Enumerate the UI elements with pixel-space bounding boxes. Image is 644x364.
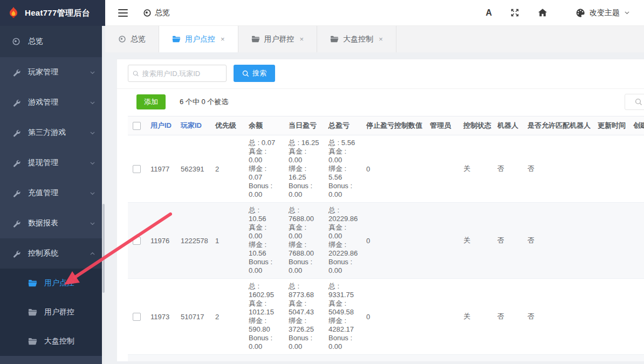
menu-toggle-icon[interactable]: [118, 9, 128, 17]
sidebar-item-overview[interactable]: 总览: [0, 26, 105, 57]
priority: 2: [211, 165, 244, 173]
total-pl: 总 : 20229.86 真金 : 0.00 绑金 : 20229.86 Bon…: [324, 206, 362, 275]
search-row: 搜索: [117, 65, 644, 82]
wrench-icon: [12, 98, 20, 107]
col-match-robot: 是否允许匹配机器人: [523, 121, 593, 131]
col-user-id[interactable]: 用户ID: [146, 121, 176, 131]
theme-switcher[interactable]: 改变主题: [576, 8, 630, 18]
home-icon[interactable]: [538, 8, 547, 17]
sidebar-item-thirdparty-games[interactable]: 第三方游戏: [0, 118, 105, 148]
tab-overview[interactable]: 总览: [105, 26, 159, 52]
table-toolbar: 添加 6 个中 0 个被选: [117, 94, 644, 109]
tab-dashboard-control[interactable]: 大盘控制 ×: [317, 26, 396, 52]
top-navbar: 总览 A 改变主题: [105, 0, 644, 26]
search-button-label: 搜索: [252, 68, 266, 78]
day-pl: 总 : 7688.00 真金 : 0.00 绑金 : 7688.00 Bonus…: [284, 206, 324, 275]
robot: 否: [493, 164, 523, 174]
chevron-down-icon: [90, 130, 95, 136]
total-pl: 总 : 5.56 真金 : 0.00 绑金 : 5.56 Bonus : 0.0…: [324, 139, 362, 199]
font-size-button[interactable]: A: [485, 8, 492, 18]
col-player-id[interactable]: 玩家ID: [176, 121, 211, 131]
row-checkbox[interactable]: [133, 165, 141, 173]
navbar-actions: A 改变主题: [485, 8, 630, 18]
stop-value: 0: [362, 313, 426, 321]
control-state: 关: [459, 164, 493, 174]
eye-icon: [118, 35, 126, 43]
fullscreen-icon[interactable]: [510, 8, 519, 17]
sidebar-subitem-label: 大盘控制: [44, 336, 74, 346]
tab-user-group-control[interactable]: 用户群控 ×: [238, 26, 318, 52]
sidebar-item-data-reports[interactable]: 数据报表: [0, 208, 105, 238]
sidebar-scrollbar[interactable]: [102, 26, 105, 364]
user-id: 11976: [146, 237, 176, 245]
folder-open-icon: [172, 36, 181, 43]
user-id: 11973: [146, 313, 176, 321]
main-area: 总览 A 改变主题 总览: [105, 0, 644, 364]
control-system-submenu: 用户点控 用户群控 大盘控制: [0, 269, 105, 356]
sidebar-item-label: 第三方游戏: [28, 128, 66, 138]
app-logo: Heat777管理后台: [0, 0, 105, 26]
folder-icon: [28, 338, 37, 345]
table-header-row: 用户ID 玩家ID 优先级 余额 当日盈亏 总盈亏 停止盈亏控制数值 管理员 控…: [128, 116, 644, 135]
tab-user-point-control[interactable]: 用户点控 ×: [159, 26, 238, 52]
sidebar-item-permission-mgmt[interactable]: 权限管理: [0, 356, 105, 364]
folder-icon: [28, 308, 37, 316]
row-checkbox[interactable]: [133, 237, 141, 245]
sidebar-subitem-user-point-control[interactable]: 用户点控: [0, 269, 105, 298]
sidebar-item-withdraw-mgmt[interactable]: 提现管理: [0, 148, 105, 178]
select-all-checkbox[interactable]: [133, 122, 141, 130]
sidebar-item-label: 控制系统: [28, 249, 58, 258]
day-pl: 总 : 16.25 真金 : 0.00 绑金 : 16.25 Bonus : 0…: [284, 139, 324, 199]
sidebar-item-recharge-mgmt[interactable]: 充值管理: [0, 178, 105, 208]
robot: 否: [493, 236, 523, 245]
col-create-time: 创建时间: [629, 121, 644, 131]
col-admin: 管理员: [426, 121, 459, 131]
chevron-down-icon: [90, 100, 95, 106]
eye-icon: [143, 9, 152, 17]
search-input[interactable]: [142, 70, 222, 78]
balance: 总 : 10.56 真金 : 0.00 绑金 : 10.56 Bonus : 0…: [244, 206, 284, 275]
wrench-icon: [12, 128, 20, 137]
table-row: 11977 562391 2 总 : 0.07 真金 : 0.00 绑金 : 0…: [128, 135, 644, 203]
player-id: 1222578: [176, 237, 211, 245]
col-priority: 优先级: [211, 121, 244, 131]
priority: 2: [211, 313, 244, 321]
stop-value: 0: [362, 165, 426, 173]
sidebar-subitem-dashboard-control[interactable]: 大盘控制: [0, 327, 105, 356]
player-id: 562391: [176, 165, 211, 173]
search-button[interactable]: 搜索: [234, 65, 275, 82]
match-robot: 否: [523, 312, 593, 321]
column-search-button[interactable]: [625, 94, 644, 110]
scrollbar-thumb[interactable]: [102, 204, 105, 293]
close-icon[interactable]: ×: [221, 35, 225, 43]
breadcrumb-label: 总览: [155, 8, 170, 18]
wrench-icon: [12, 249, 20, 258]
eye-icon: [12, 37, 20, 46]
sidebar-item-game-mgmt[interactable]: 游戏管理: [0, 87, 105, 118]
match-robot: 否: [523, 164, 593, 174]
search-icon: [133, 70, 139, 77]
breadcrumb[interactable]: 总览: [143, 8, 170, 18]
user-id: 11977: [146, 165, 176, 173]
sidebar-item-control-system[interactable]: 控制系统: [0, 238, 105, 269]
control-state: 关: [459, 236, 493, 245]
search-icon: [242, 70, 249, 77]
add-button[interactable]: 添加: [136, 94, 166, 109]
col-total-pl: 总盈亏: [324, 121, 362, 131]
row-checkbox[interactable]: [133, 313, 141, 321]
sidebar-item-player-mgmt[interactable]: 玩家管理: [0, 57, 105, 87]
tab-bar: 总览 用户点控 × 用户群控 × 大盘控制 ×: [105, 26, 644, 52]
stop-value: 0: [362, 237, 426, 245]
col-update-time: 更新时间: [593, 121, 629, 131]
sidebar-subitem-user-group-control[interactable]: 用户群控: [0, 298, 105, 327]
close-icon[interactable]: ×: [379, 35, 383, 43]
balance: 总 : 1602.95 真金 : 1012.15 绑金 : 590.80 Bon…: [244, 282, 284, 351]
chevron-down-icon: [90, 221, 95, 226]
col-balance: 余额: [244, 121, 284, 131]
tab-label: 用户群控: [264, 35, 294, 44]
table-row: [128, 355, 644, 361]
col-stop-value: 停止盈亏控制数值: [362, 121, 426, 131]
close-icon[interactable]: ×: [300, 35, 304, 43]
app-title: Heat777管理后台: [25, 8, 90, 18]
flame-logo-icon: [6, 6, 20, 20]
